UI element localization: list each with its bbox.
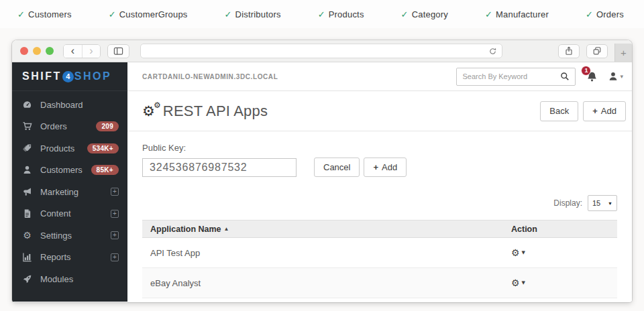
caret-down-icon: ▼ (522, 280, 525, 286)
logo-text-shop: SHOP (74, 70, 111, 82)
plus-icon: + (592, 106, 598, 116)
sidebar-item-label: Modules (40, 274, 73, 284)
apps-table: Application Name ▲ Action API Test App ⚙… (142, 220, 617, 302)
nav-buttons: ‹ › (63, 44, 101, 58)
status-item-orders: ✓Orders (586, 9, 624, 19)
sidebar-item-settings[interactable]: ⚙ Settings + (12, 225, 127, 247)
status-label: Manufacturer (496, 9, 549, 19)
plus-icon: + (373, 162, 378, 172)
sidebar-item-customers[interactable]: Customers 85K+ (12, 160, 127, 182)
confirm-add-button[interactable]: +Add (364, 158, 407, 177)
check-icon: ✓ (401, 9, 409, 19)
url-input[interactable] (146, 47, 488, 55)
sidebar-item-reports[interactable]: Reports + (12, 247, 127, 269)
sidebar-item-orders[interactable]: Orders 209 (12, 116, 127, 138)
person-icon (608, 71, 619, 82)
status-label: CustomerGroups (119, 9, 188, 19)
chevron-down-icon: ▾ (620, 73, 623, 80)
page-content: Public Key: Cancel +Add Display: 15 ▼ (127, 131, 632, 302)
zoom-window-button[interactable] (46, 47, 54, 55)
cogs-icon: ⚙⚙ (142, 103, 155, 119)
document-icon (21, 208, 33, 219)
sidebar-nav: Dashboard Orders 209 Products (12, 91, 127, 290)
sidebar-item-label: Reports (40, 252, 71, 262)
gear-icon: ⚙ (511, 247, 520, 258)
sort-asc-icon: ▲ (224, 226, 229, 232)
share-button[interactable] (558, 44, 580, 58)
display-select[interactable]: 15 ▼ (588, 195, 617, 211)
account-menu-button[interactable]: ▾ (608, 71, 623, 82)
check-icon: ✓ (318, 9, 325, 19)
public-key-input[interactable] (142, 158, 297, 177)
app-name: API Test App (142, 248, 511, 258)
status-label: Orders (596, 9, 624, 19)
address-bar[interactable] (140, 44, 502, 58)
sidebar-item-products[interactable]: Products 534K+ (12, 137, 127, 160)
rocket-icon (21, 274, 33, 284)
sidebar-item-label: Products (40, 143, 74, 153)
table-header: Application Name ▲ Action (142, 220, 617, 238)
sidebar-item-modules[interactable]: Modules (12, 268, 127, 290)
orders-count-badge: 209 (96, 121, 119, 131)
sidebar-toggle-button[interactable] (107, 44, 129, 58)
status-item-customergroups: ✓CustomerGroups (109, 9, 188, 19)
page-title: REST API Apps (163, 103, 268, 120)
sidebar-item-marketing[interactable]: Marketing + (12, 181, 127, 203)
add-app-button[interactable]: +Add (583, 101, 626, 121)
status-item-distributors: ✓Distributors (224, 9, 280, 19)
share-icon (564, 46, 574, 56)
gauge-icon (21, 100, 33, 110)
keyword-search[interactable] (456, 68, 576, 86)
status-label: Category (412, 9, 448, 19)
reload-icon[interactable] (488, 47, 497, 56)
public-key-form: Cancel +Add (142, 158, 617, 177)
user-icon (21, 165, 33, 175)
gear-icon: ⚙ (511, 277, 520, 288)
table-row[interactable]: API Test App ⚙ ▼ (142, 238, 617, 268)
display-controls: Display: 15 ▼ (142, 195, 617, 211)
tab-overview-button[interactable] (586, 44, 608, 58)
sidebar-item-content[interactable]: Content + (12, 203, 127, 225)
forward-nav-button[interactable]: › (82, 45, 100, 58)
sidebar-item-dashboard[interactable]: Dashboard (12, 94, 127, 116)
expand-icon[interactable]: + (111, 188, 119, 196)
sidebar: SHIFT 4 SHOP Dashboard (12, 62, 127, 302)
notifications-button[interactable]: 1 (586, 71, 598, 82)
back-button[interactable]: Back (540, 101, 578, 121)
minimize-window-button[interactable] (33, 47, 41, 55)
close-window-button[interactable] (20, 47, 28, 55)
sidebar-item-label: Dashboard (40, 100, 83, 110)
page-header: ⚙⚙ REST API Apps Back +Add (127, 91, 632, 131)
header-actions: 1 ▾ (456, 68, 623, 86)
table-row[interactable]: eBay Analyst ⚙ ▼ (142, 268, 617, 298)
check-icon: ✓ (224, 9, 231, 19)
check-icon: ✓ (485, 9, 492, 19)
logo-badge-4: 4 (62, 71, 74, 82)
row-actions-menu[interactable]: ⚙ ▼ (511, 277, 617, 288)
cancel-button[interactable]: Cancel (314, 158, 360, 177)
sidebar-item-label: Settings (40, 231, 72, 241)
column-application-name[interactable]: Application Name ▲ (142, 225, 511, 234)
search-input[interactable] (462, 72, 560, 80)
row-actions-menu[interactable]: ⚙ ▼ (511, 247, 617, 258)
sidebar-item-label: Customers (40, 165, 83, 175)
cart-icon (21, 121, 33, 131)
display-value: 15 (592, 199, 600, 207)
new-tab-button[interactable]: + (614, 44, 632, 62)
display-label: Display: (553, 198, 582, 208)
main-panel: CARTDANILO-NEWADMIN.3DC.LOCAL 1 (127, 62, 632, 302)
back-nav-button[interactable]: ‹ (64, 45, 82, 58)
search-icon[interactable] (560, 72, 570, 81)
screen: ✓Customers ✓CustomerGroups ✓Distributors… (0, 0, 644, 311)
status-item-manufacturer: ✓Manufacturer (485, 9, 549, 19)
shift4shop-logo[interactable]: SHIFT 4 SHOP (12, 62, 127, 91)
column-action: Action (511, 225, 617, 234)
notification-count-badge: 1 (581, 66, 591, 76)
expand-icon[interactable]: + (111, 210, 119, 218)
expand-icon[interactable]: + (111, 253, 119, 261)
status-label: Customers (28, 9, 72, 19)
browser-toolbar: ‹ › (12, 40, 632, 62)
bar-chart-icon (21, 252, 33, 262)
sidebar-item-label: Content (40, 208, 71, 219)
expand-icon[interactable]: + (111, 231, 119, 239)
